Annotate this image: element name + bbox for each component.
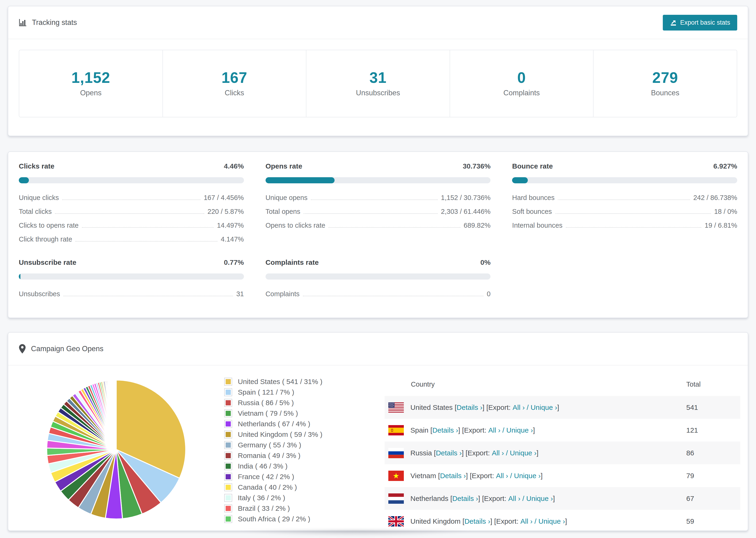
stat-value: 279 [594, 69, 737, 86]
bracket-close: ] [565, 517, 567, 525]
details-link[interactable]: Details › [457, 404, 482, 411]
rate-title: Unsubscribe rate [19, 258, 76, 266]
rate-head: Complaints rate0% [266, 258, 491, 266]
dotted-leader [311, 199, 438, 200]
rate-stat-row: Complaints0 [266, 287, 491, 301]
export-all-link[interactable]: All › [492, 449, 504, 457]
rate-stat-value: 18 / 0% [714, 208, 737, 215]
table-row-united-states: United States [Details ›] [Export: All ›… [385, 396, 740, 419]
export-all-link[interactable]: All › [508, 495, 520, 503]
pie-svg [43, 377, 189, 522]
geo-opens-table: CountryTotal United States [Details ›] [… [385, 372, 740, 530]
slash-separator: / [520, 495, 526, 503]
rate-title: Opens rate [266, 162, 302, 170]
rate-stat-label: Opens to clicks rate [266, 222, 325, 229]
legend-swatch-icon [224, 388, 232, 396]
ru-flag-icon [388, 448, 404, 458]
legend-label: Brazil ( 33 / 2% ) [238, 505, 290, 512]
details-link[interactable]: Details › [464, 517, 490, 525]
export-button-label: Export basic stats [680, 19, 730, 26]
legend-label: South Africa ( 29 / 2% ) [238, 515, 310, 523]
summary-stats-row: 1,152Opens167Clicks31Unsubscribes0Compla… [19, 50, 737, 117]
rate-stat-row: Clicks to opens rate14.497% [19, 219, 244, 232]
rate-stat-row: Unique opens1,152 / 30.736% [266, 191, 491, 205]
slash-separator: / [532, 517, 538, 525]
legend-item-india: India ( 46 / 3% ) [224, 462, 322, 470]
export-all-link[interactable]: All › [488, 426, 501, 434]
legend-swatch-icon [224, 494, 232, 502]
country-name: Vietnam [ [410, 472, 440, 480]
export-unique-link[interactable]: Unique › [514, 472, 540, 480]
export-all-link[interactable]: All › [513, 404, 525, 411]
dotted-leader [63, 296, 233, 296]
section-clicks-rate: Clicks rate4.46%Unique clicks167 / 4.456… [19, 162, 244, 246]
export-unique-link[interactable]: Unique › [531, 404, 557, 411]
legend-swatch-icon [224, 399, 232, 407]
export-basic-stats-button[interactable]: Export basic stats [663, 15, 737, 30]
details-link[interactable]: Details › [452, 495, 478, 503]
rate-stat-label: Internal bounces [512, 222, 562, 229]
geo-title-text: Campaign Geo Opens [31, 345, 103, 353]
rate-head: Unsubscribe rate0.77% [19, 258, 244, 266]
legend-swatch-icon [224, 378, 232, 386]
country-cell: Netherlands [Details ›] [Export: All › /… [385, 493, 686, 504]
export-all-link[interactable]: All › [520, 517, 533, 525]
stat-value: 0 [450, 69, 593, 86]
rate-stat-value: 19 / 6.81% [705, 222, 737, 229]
rate-title: Complaints rate [266, 258, 319, 266]
bracket-close: ] [541, 472, 543, 480]
dotted-leader [75, 241, 217, 242]
rate-stat-value: 220 / 5.87% [207, 208, 244, 215]
legend-label: Spain ( 121 / 7% ) [238, 388, 294, 396]
section-complaints-rate: Complaints rate0%Complaints0 [266, 258, 491, 301]
rate-stat-label: Hard bounces [512, 194, 555, 202]
rate-stat-row: Unsubscribes31 [19, 287, 244, 301]
rate-head: Opens rate30.736% [266, 162, 491, 170]
export-unique-link[interactable]: Unique › [507, 426, 533, 434]
export-icon [670, 19, 677, 26]
rate-stat-label: Unique clicks [19, 194, 59, 202]
country-cell: Spain [Details ›] [Export: All › / Uniqu… [385, 425, 686, 435]
rate-stat-row: Click through rate4.147% [19, 232, 244, 246]
legend-swatch-icon [224, 515, 232, 523]
rate-stat-row: Opens to clicks rate689.82% [266, 219, 491, 232]
rate-stat-label: Clicks to opens rate [19, 222, 79, 229]
export-all-link[interactable]: All › [496, 472, 508, 480]
country-name: United States [ [410, 404, 457, 411]
legend-label: India ( 46 / 3% ) [238, 462, 288, 470]
legend-item-germany: Germany ( 55 / 3% ) [224, 441, 322, 449]
dotted-leader [328, 227, 460, 228]
geo-body: United States ( 541 / 31% )Spain ( 121 /… [8, 365, 748, 530]
bar-chart-icon [19, 19, 27, 27]
total-cell: 86 [686, 449, 740, 457]
bracket-text: ] [Export: [482, 404, 513, 411]
stat-box-unsubscribes: 31Unsubscribes [306, 50, 450, 117]
total-cell: 79 [686, 472, 740, 480]
gb-flag-icon [388, 516, 404, 526]
geo-title: Campaign Geo Opens [19, 344, 103, 354]
rate-percent-value: 0% [480, 258, 490, 266]
dotted-leader [303, 296, 483, 296]
rate-stat-label: Unsubscribes [19, 290, 60, 298]
details-link[interactable]: Details › [440, 472, 466, 480]
rate-stat-row: Unique clicks167 / 4.456% [19, 191, 244, 205]
export-unique-link[interactable]: Unique › [510, 449, 536, 457]
rate-stat-label: Unique opens [266, 194, 307, 202]
legend-item-romania: Romania ( 49 / 3% ) [224, 452, 322, 459]
details-link[interactable]: Details › [436, 449, 461, 457]
total-cell: 121 [686, 426, 740, 434]
dotted-leader [566, 227, 702, 228]
rate-stat-row: Soft bounces18 / 0% [512, 205, 737, 219]
progress-bar-fill [19, 177, 29, 183]
rate-stat-value: 4.147% [221, 236, 244, 243]
export-unique-link[interactable]: Unique › [526, 495, 553, 503]
legend-swatch-icon [224, 409, 232, 417]
vn-flag-icon [388, 471, 404, 481]
dotted-leader [62, 199, 200, 200]
details-link[interactable]: Details › [432, 426, 458, 434]
export-unique-link[interactable]: Unique › [538, 517, 565, 525]
bracket-close: ] [533, 426, 535, 434]
bottom-shadow [225, 530, 486, 538]
rate-stat-value: 689.82% [464, 222, 491, 229]
bracket-close: ] [553, 495, 555, 503]
